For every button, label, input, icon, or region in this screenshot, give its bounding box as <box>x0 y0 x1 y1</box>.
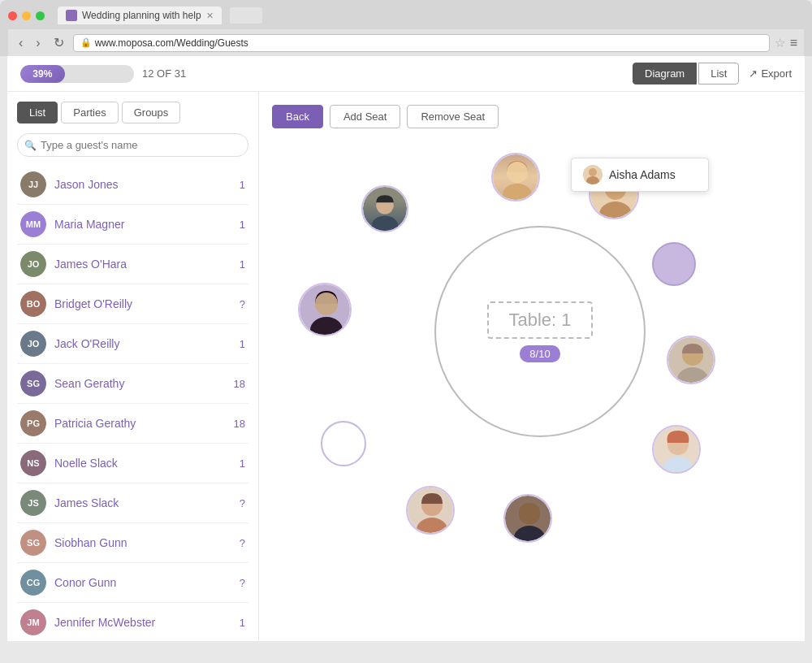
search-icon: 🔍 <box>24 140 37 151</box>
seat-10[interactable] <box>652 425 701 474</box>
bookmark-button[interactable]: ☆ <box>775 36 785 50</box>
search-box: 🔍 <box>17 133 248 157</box>
remove-seat-button[interactable]: Remove Seat <box>407 105 499 128</box>
list-item[interactable]: SG Sean Gerathy 18 <box>17 364 248 404</box>
guest-name: Patricia Gerathy <box>54 417 234 430</box>
guest-name: James O'Hara <box>54 258 240 271</box>
guest-count: 1 <box>240 457 245 470</box>
list-item[interactable]: JM Jennifer McWebster 1 <box>17 603 248 641</box>
guest-avatar: PG <box>20 410 46 436</box>
guest-avatar: JO <box>20 331 46 357</box>
guest-name: Siobhan Gunn <box>54 536 240 549</box>
guest-count: ? <box>240 298 245 310</box>
guest-count: 1 <box>240 219 245 231</box>
guest-count: 1 <box>240 179 245 191</box>
guest-name: Jack O'Reilly <box>54 337 240 350</box>
tab-groups[interactable]: Groups <box>122 102 181 124</box>
action-bar: Back Add Seat Remove Seat <box>272 105 792 128</box>
guest-avatar: JS <box>20 490 46 516</box>
add-seat-button[interactable]: Add Seat <box>330 105 401 128</box>
url-bar[interactable]: 🔒 www.moposa.com/Wedding/Guests <box>73 34 770 52</box>
svg-point-7 <box>315 292 338 315</box>
list-item[interactable]: SG Siobhan Gunn ? <box>17 523 248 563</box>
tab-title: Wedding planning with help <box>82 10 201 21</box>
browser-tab[interactable]: Wedding planning with help ✕ <box>58 6 222 24</box>
view-toggle: Diagram List <box>633 63 739 84</box>
content-area: List Parties Groups 🔍 JJ Jason Jones 1 M… <box>7 92 805 641</box>
svg-point-11 <box>514 526 545 541</box>
app-container: 39% 12 OF 31 Diagram List ↗ Export List … <box>7 56 805 641</box>
export-label: Export <box>761 67 792 80</box>
seat-1[interactable] <box>491 153 540 202</box>
table-label-box: Table: 1 <box>487 301 592 339</box>
maximize-dot[interactable] <box>36 11 45 20</box>
svg-point-12 <box>519 503 540 524</box>
guest-name: Noelle Slack <box>54 457 240 470</box>
list-view-button[interactable]: List <box>698 63 739 84</box>
sidebar-tabs: List Parties Groups <box>17 102 248 124</box>
table-count-badge: 8/10 <box>520 345 559 362</box>
list-item[interactable]: BO Bridget O'Reilly ? <box>17 284 248 324</box>
tooltip-name: Aisha Adams <box>609 168 676 181</box>
top-right-controls: Diagram List ↗ Export <box>633 63 792 84</box>
back-button[interactable]: ‹ <box>15 34 27 52</box>
guest-avatar: NS <box>20 450 46 476</box>
tab-close-icon[interactable]: ✕ <box>206 11 214 21</box>
export-button[interactable]: ↗ Export <box>749 67 792 80</box>
guest-list: JJ Jason Jones 1 MM Maria Magner 1 JO Ja… <box>17 165 248 641</box>
svg-point-4 <box>372 215 398 231</box>
guest-name: Conor Gunn <box>54 576 240 589</box>
svg-point-6 <box>310 317 343 335</box>
seat-8-empty-purple[interactable] <box>652 242 696 286</box>
guest-count: 18 <box>234 378 245 390</box>
table-diagram: Table: 1 8/10 <box>272 145 792 616</box>
reload-button[interactable]: ↻ <box>50 33 68 52</box>
seat-5[interactable] <box>406 486 455 535</box>
guest-count: ? <box>240 537 245 549</box>
progress-bar-fill: 39% <box>20 65 65 83</box>
list-item[interactable]: JJ Jason Jones 1 <box>17 165 248 205</box>
forward-button[interactable]: › <box>32 34 44 52</box>
back-button[interactable]: Back <box>272 105 323 128</box>
close-dot[interactable] <box>8 11 17 20</box>
guest-count: ? <box>240 577 245 589</box>
list-item[interactable]: JS James Slack ? <box>17 483 248 523</box>
guest-avatar: BO <box>20 291 46 317</box>
list-item[interactable]: PG Patricia Gerathy 18 <box>17 404 248 444</box>
search-input[interactable] <box>17 133 248 157</box>
svg-point-18 <box>677 367 708 383</box>
progress-bar-container: 39% <box>20 65 134 83</box>
progress-percent: 39% <box>32 68 52 80</box>
guest-count: 1 <box>240 258 245 271</box>
table-circle: Table: 1 8/10 <box>434 226 646 437</box>
guest-count: 1 <box>240 338 245 350</box>
seat-3[interactable] <box>298 283 352 336</box>
diagram-view-button[interactable]: Diagram <box>633 63 697 84</box>
guest-avatar: SG <box>20 370 46 396</box>
guest-avatar: SG <box>20 530 46 556</box>
minimize-dot[interactable] <box>22 11 31 20</box>
guest-avatar: MM <box>20 211 46 237</box>
progress-area: 39% 12 OF 31 <box>20 65 186 83</box>
seat-9[interactable] <box>667 336 715 384</box>
seat-6[interactable] <box>503 494 552 543</box>
guest-count: 18 <box>234 418 245 430</box>
guest-name: Bridget O'Reilly <box>54 297 240 310</box>
seat-2[interactable] <box>361 185 408 232</box>
seat-4-empty[interactable] <box>321 421 366 466</box>
guest-avatar: JJ <box>20 171 46 197</box>
tab-icon <box>66 10 77 21</box>
svg-point-15 <box>589 168 597 176</box>
guest-name: Maria Magner <box>54 218 240 231</box>
progress-count: 12 OF 31 <box>142 67 186 80</box>
list-item[interactable]: CG Conor Gunn ? <box>17 563 248 603</box>
svg-point-1 <box>503 184 532 200</box>
list-item[interactable]: JO James O'Hara 1 <box>17 245 248 284</box>
tab-parties[interactable]: Parties <box>61 102 118 124</box>
tab-list[interactable]: List <box>17 102 58 124</box>
list-item[interactable]: JO Jack O'Reilly 1 <box>17 324 248 364</box>
new-tab-button[interactable] <box>230 7 262 24</box>
list-item[interactable]: NS Noelle Slack 1 <box>17 444 248 483</box>
list-item[interactable]: MM Maria Magner 1 <box>17 205 248 245</box>
menu-button[interactable]: ≡ <box>790 36 797 50</box>
